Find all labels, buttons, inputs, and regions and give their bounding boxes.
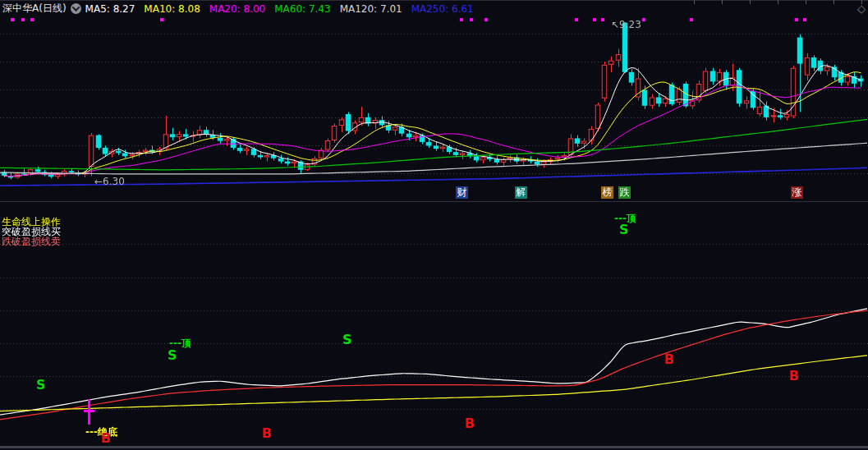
buy-signal-dot	[460, 18, 463, 21]
buy-signal-dot	[795, 18, 798, 21]
sell-signal-marker: S	[342, 332, 352, 347]
corner-diamond-icon[interactable]: ◇	[857, 2, 866, 15]
indicator-usage-notes: 生命线上操作 突破盈损线买 跌破盈损线卖	[2, 217, 61, 246]
ma120-value: MA120: 7.01	[340, 3, 402, 15]
sell-signal-marker: S	[168, 347, 177, 363]
event-badge[interactable]: 跌	[618, 186, 631, 199]
buy-signal-dot	[601, 18, 604, 21]
ma60-value: MA60: 7.43	[274, 3, 330, 15]
stock-title: 深中华A(日线)	[2, 2, 67, 16]
ma10-value: MA10: 8.08	[144, 3, 200, 15]
sell-signal-marker: S	[619, 222, 629, 237]
price-annotation: ↖9.23	[611, 19, 641, 30]
buy-signal-dot	[160, 18, 163, 21]
ma20-value: MA20: 8.00	[209, 3, 265, 15]
buy-signal-marker: B	[789, 368, 799, 383]
window-bottom-border	[0, 446, 868, 448]
buy-signal-dot	[11, 18, 14, 21]
price-annotation: ←6.30	[94, 176, 125, 187]
main-chart-header: 深中华A(日线) MA5: 8.27 MA10: 8.08 MA20: 8.00…	[0, 1, 868, 16]
main-chart-canvas[interactable]	[0, 16, 868, 202]
ma250-value: MA250: 6.61	[411, 3, 474, 15]
buy-signal-dot	[642, 18, 645, 21]
buy-signal-marker: B	[664, 351, 674, 367]
buy-signal-dot	[803, 18, 806, 21]
buy-signal-dot	[690, 18, 693, 21]
cross-horizontal-bar	[84, 410, 94, 412]
buy-signal-marker: B	[465, 416, 475, 431]
note-line-3: 跌破盈损线卖	[2, 236, 61, 246]
event-badge[interactable]: 榜	[601, 186, 613, 199]
event-badge[interactable]: 财	[456, 186, 468, 199]
buy-signal-marker: B	[262, 425, 272, 441]
collapse-panel-icon[interactable]	[71, 3, 81, 14]
buy-signal-dot	[30, 18, 34, 21]
app-window: 深中华A(日线) MA5: 8.27 MA10: 8.08 MA20: 8.00…	[0, 0, 868, 450]
event-badge[interactable]: 涨	[791, 186, 803, 199]
buy-signal-dot	[485, 18, 488, 21]
buy-signal-dot	[575, 18, 578, 21]
ma5-value: MA5: 8.27	[85, 3, 135, 15]
buy-signal-marker: B	[101, 430, 111, 446]
buy-signal-dot	[470, 18, 473, 21]
indicator-chart-canvas[interactable]	[0, 202, 868, 450]
buy-signal-dot	[21, 18, 25, 21]
sell-signal-marker: S	[36, 377, 46, 393]
buy-signal-dot	[593, 18, 596, 21]
event-badge[interactable]: 解	[515, 186, 527, 199]
